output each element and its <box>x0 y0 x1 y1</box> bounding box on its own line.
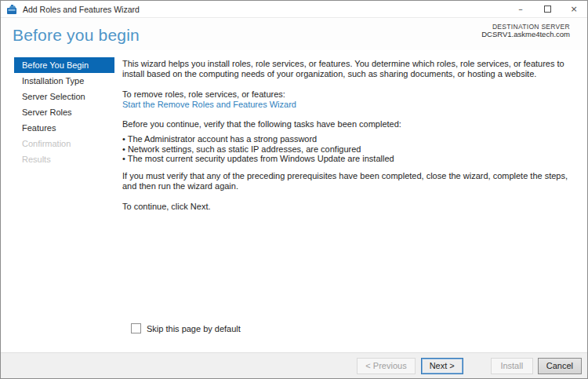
wizard-header: Before you begin DESTINATION SERVER DCSR… <box>1 19 587 50</box>
minimize-button[interactable]: – <box>507 1 534 17</box>
remove-lead-text: To remove roles, role services, or featu… <box>122 89 577 100</box>
nav-item-confirmation: Confirmation <box>14 136 114 151</box>
destination-server-block: DESTINATION SERVER DCSRV1.askme4tech.com <box>481 23 570 38</box>
prerequisite-item-network: • Network settings, such as static IP ad… <box>122 144 577 155</box>
previous-button: < Previous <box>357 358 415 374</box>
destination-server-name: DCSRV1.askme4tech.com <box>481 31 570 38</box>
title-bar: Add Roles and Features Wizard – × <box>1 1 587 18</box>
skip-page-row: Skip this page by default <box>131 323 241 333</box>
close-button[interactable]: × <box>561 1 587 17</box>
continue-note-paragraph: To continue, click Next. <box>122 202 577 212</box>
next-button[interactable]: Next > <box>421 358 463 374</box>
prerequisite-item-updates: • The most current security updates from… <box>122 154 577 164</box>
rerun-note-paragraph: If you must verify that any of the prece… <box>122 171 577 191</box>
wizard-footer: < Previous Next > Install Cancel <box>1 352 587 378</box>
nav-item-features[interactable]: Features <box>14 120 114 136</box>
prerequisite-item-password: • The Administrator account has a strong… <box>122 134 577 144</box>
window-title: Add Roles and Features Wizard <box>23 5 507 14</box>
add-roles-wizard-window: Add Roles and Features Wizard – × Before… <box>0 0 588 379</box>
wizard-app-icon <box>6 4 17 15</box>
skip-page-checkbox[interactable] <box>131 323 141 333</box>
nav-item-server-roles[interactable]: Server Roles <box>14 104 114 120</box>
install-button: Install <box>491 358 533 374</box>
nav-item-server-selection[interactable]: Server Selection <box>14 89 114 104</box>
skip-page-label: Skip this page by default <box>147 324 241 333</box>
maximize-button[interactable] <box>534 1 561 17</box>
verify-lead-text: Before you continue, verify that the fol… <box>122 119 577 129</box>
window-controls: – × <box>507 1 587 17</box>
page-title: Before you begin <box>13 26 140 45</box>
remove-roles-wizard-link[interactable]: Start the Remove Roles and Features Wiza… <box>122 100 296 109</box>
intro-paragraph: This wizard helps you install roles, rol… <box>122 59 577 79</box>
wizard-page-content: This wizard helps you install roles, rol… <box>122 49 577 352</box>
wizard-steps-nav: Before You Begin Installation Type Serve… <box>14 57 114 167</box>
nav-item-before-you-begin[interactable]: Before You Begin <box>14 57 114 73</box>
nav-item-results: Results <box>14 151 114 167</box>
prerequisite-list: • The Administrator account has a strong… <box>122 134 577 164</box>
cancel-button[interactable]: Cancel <box>538 358 582 374</box>
nav-item-installation-type[interactable]: Installation Type <box>14 73 114 89</box>
